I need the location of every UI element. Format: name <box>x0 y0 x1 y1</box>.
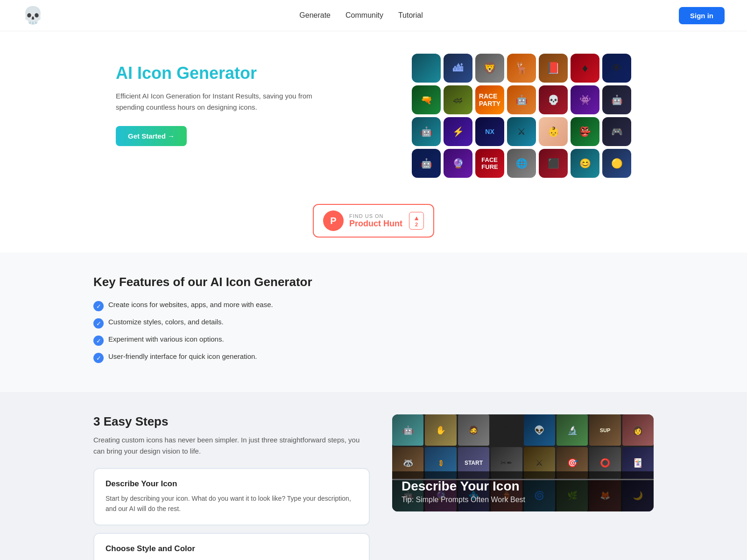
hero-icon-16: ⚡ <box>444 117 472 146</box>
product-hunt-name: Product Hunt <box>349 219 403 229</box>
hero-icon-4: 🦌 <box>507 54 536 83</box>
hero-title-ai: AI <box>116 63 137 83</box>
hero-icon-5: 📕 <box>539 54 568 83</box>
hero-icon-2: 🏙 <box>444 54 472 83</box>
feature-item-4: ✓ User-friendly interface for quick icon… <box>93 352 654 363</box>
nav-links: Generate Community Tutorial <box>299 11 423 20</box>
nav-tutorial[interactable]: Tutorial <box>398 11 423 20</box>
steps-section: 3 Easy Steps Creating custom icons has n… <box>0 392 747 560</box>
hero-icon-11: 🤖 <box>507 85 536 114</box>
nav-generate[interactable]: Generate <box>299 11 331 20</box>
product-hunt-section: P FIND US ON Product Hunt ▲ 2 <box>0 189 747 252</box>
steps-overlay-title: Describe Your Icon <box>402 479 644 494</box>
hero-icon-14: 🤖 <box>602 85 631 114</box>
hero-title: AI Icon Generator <box>116 63 340 83</box>
features-section: Key Features of our AI Icon Generator ✓ … <box>0 252 747 392</box>
hero-icon-10: RACEPARTY <box>475 85 504 114</box>
hero-icon-27: 😊 <box>571 149 599 178</box>
steps-left: 3 Easy Steps Creating custom icons has n… <box>93 414 370 560</box>
step-card-1-desc: Start by describing your icon. What do y… <box>106 493 358 514</box>
hero-icon-grid: 🏙 🦁 🦌 📕 ♦ 👁 🔫 🏎 RACEPARTY 🤖 <box>412 54 631 178</box>
check-icon-1: ✓ <box>93 301 104 311</box>
hero-icon-15: 🤖 <box>412 117 441 146</box>
check-icon-4: ✓ <box>93 353 104 363</box>
logo-icon: 💀 <box>22 6 43 25</box>
product-hunt-text: FIND US ON Product Hunt <box>349 213 403 229</box>
hero-left: AI Icon Generator Efficient AI Icon Gene… <box>116 54 340 146</box>
hero-icon-18: ⚔ <box>507 117 536 146</box>
navbar: 💀 Generate Community Tutorial Sign in <box>0 0 747 31</box>
hero-icon-21: 🎮 <box>602 117 631 146</box>
check-icon-2: ✓ <box>93 318 104 329</box>
feature-item-1: ✓ Create icons for websites, apps, and m… <box>93 301 654 311</box>
check-icon-3: ✓ <box>93 336 104 346</box>
hero-description: Efficient AI Icon Generation for Instant… <box>116 91 340 113</box>
hero-icon-8: 🔫 <box>412 85 441 114</box>
feature-text-1: Create icons for websites, apps, and mor… <box>108 301 273 308</box>
hero-icon-12: 💀 <box>539 85 568 114</box>
step-card-2: Choose Style and Color <box>93 533 370 560</box>
hero-icon-23: 🔮 <box>444 149 472 178</box>
step-card-2-title: Choose Style and Color <box>106 544 358 553</box>
feature-item-3: ✓ Experiment with various icon options. <box>93 335 654 346</box>
hero-icon-22: 🤖 <box>412 149 441 178</box>
product-hunt-upvote[interactable]: ▲ 2 <box>409 212 424 230</box>
feature-item-2: ✓ Customize styles, colors, and details. <box>93 318 654 329</box>
feature-text-2: Customize styles, colors, and details. <box>108 318 224 326</box>
steps-right: 🤖 ✋ 🧔 🕊 👽 🔬 SUP 👩 🦝 ₿ START ✂✒ ⚔ 🎯 ⭕ <box>392 414 654 511</box>
hero-title-generator: Generator <box>172 63 257 83</box>
steps-image: 🤖 ✋ 🧔 🕊 👽 🔬 SUP 👩 🦝 ₿ START ✂✒ ⚔ 🎯 ⭕ <box>392 414 654 511</box>
hero-icon-20: 👺 <box>571 117 599 146</box>
upvote-arrow-icon: ▲ <box>413 214 420 222</box>
feature-text-4: User-friendly interface for quick icon g… <box>108 352 257 360</box>
hero-icon-25: 🌐 <box>507 149 536 178</box>
hero-icon-17: NX <box>475 117 504 146</box>
hero-section: AI Icon Generator Efficient AI Icon Gene… <box>93 31 654 189</box>
features-title: Key Features of our AI Icon Generator <box>93 275 654 289</box>
hero-icon-3: 🦁 <box>475 54 504 83</box>
hero-icon-19: 👶 <box>539 117 568 146</box>
hero-title-icon: Icon <box>137 63 172 83</box>
step-card-1-title: Describe Your Icon <box>106 479 358 489</box>
signin-button[interactable]: Sign in <box>679 7 725 24</box>
upvote-count: 2 <box>415 222 418 227</box>
hero-icon-26: ⬛ <box>539 149 568 178</box>
product-hunt-badge[interactable]: P FIND US ON Product Hunt ▲ 2 <box>313 204 434 238</box>
steps-description: Creating custom icons has never been sim… <box>93 434 370 457</box>
logo[interactable]: 💀 <box>22 6 43 25</box>
hero-icon-6: ♦ <box>571 54 599 83</box>
steps-overlay: Describe Your Icon Tip: Simple Prompts O… <box>392 471 654 511</box>
product-hunt-find: FIND US ON <box>349 213 403 219</box>
hero-icon-13: 👾 <box>571 85 599 114</box>
hero-icon-28: 🟡 <box>602 149 631 178</box>
hero-icon-24: FACEFURE <box>475 149 504 178</box>
hero-icon-9: 🏎 <box>444 85 472 114</box>
hero-icon-7: 👁 <box>602 54 631 83</box>
feature-text-3: Experiment with various icon options. <box>108 335 224 343</box>
steps-overlay-tip: Tip: Simple Prompts Often Work Best <box>402 496 644 504</box>
product-hunt-logo: P <box>323 210 344 231</box>
nav-community[interactable]: Community <box>345 11 383 20</box>
hero-icon-1 <box>412 54 441 83</box>
get-started-button[interactable]: Get Started → <box>116 126 187 146</box>
steps-title: 3 Easy Steps <box>93 414 370 429</box>
step-card-1: Describe Your Icon Start by describing y… <box>93 468 370 525</box>
